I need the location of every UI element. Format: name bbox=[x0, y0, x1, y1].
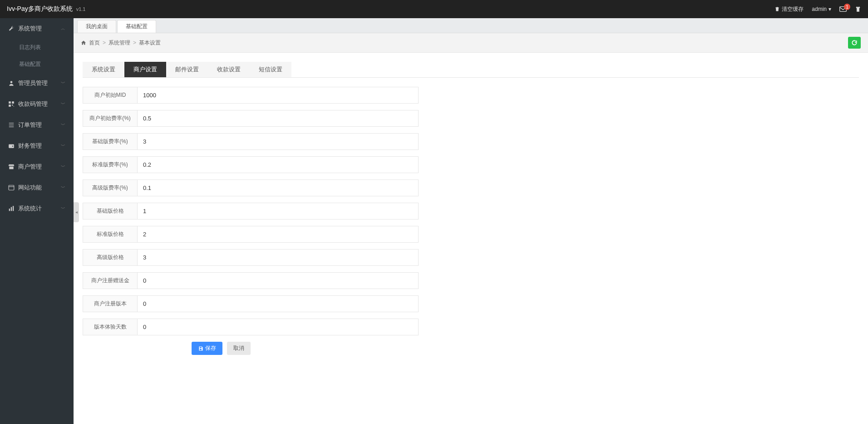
save-label: 保存 bbox=[205, 344, 216, 352]
svg-rect-12 bbox=[9, 185, 14, 190]
tab-merchant-settings[interactable]: 商户设置 bbox=[124, 62, 166, 77]
sidebar-item-label: 管理员管理 bbox=[18, 79, 48, 87]
svg-rect-2 bbox=[9, 101, 11, 104]
settings-tabs: 系统设置 商户设置 邮件设置 收款设置 短信设置 bbox=[83, 62, 859, 78]
chevron-down-icon: ﹀ bbox=[61, 122, 65, 128]
sidebar-collapse-handle[interactable]: ◂ bbox=[74, 202, 79, 222]
mail-badge: 1 bbox=[844, 4, 850, 10]
svg-point-1 bbox=[10, 81, 13, 83]
theme-link[interactable] bbox=[855, 6, 861, 12]
refresh-button[interactable] bbox=[848, 37, 861, 49]
input-signup-bonus[interactable] bbox=[137, 272, 419, 289]
svg-rect-16 bbox=[13, 206, 14, 211]
sidebar-item-label: 收款码管理 bbox=[18, 100, 48, 108]
form-row: 商户初始费率(%) bbox=[83, 110, 419, 127]
top-header: Ivv-Pay多商户收款系统 v1.1 清空缓存 admin ▾ 1 bbox=[0, 0, 868, 18]
sidebar-item-label: 系统管理 bbox=[18, 25, 42, 33]
input-merchant-mid[interactable] bbox=[137, 87, 419, 104]
mail-link[interactable]: 1 bbox=[839, 6, 847, 12]
clear-cache-link[interactable]: 清空缓存 bbox=[774, 5, 804, 13]
label-trial-days: 版本体验天数 bbox=[83, 319, 137, 335]
qrcode-icon bbox=[8, 101, 15, 107]
user-label: admin bbox=[812, 6, 827, 12]
input-basic-rate[interactable] bbox=[137, 133, 419, 150]
svg-rect-9 bbox=[9, 127, 14, 127]
label-merchant-mid: 商户初始MID bbox=[83, 87, 137, 104]
svg-rect-15 bbox=[11, 207, 12, 211]
tab-system-settings[interactable]: 系统设置 bbox=[83, 62, 124, 77]
wallet-icon bbox=[8, 143, 15, 149]
crumb-sep: > bbox=[103, 40, 106, 46]
sidebar-item-label: 订单管理 bbox=[18, 121, 42, 129]
svg-rect-14 bbox=[9, 209, 10, 211]
input-premium-rate[interactable] bbox=[137, 180, 419, 196]
crumb-last: 基本设置 bbox=[139, 39, 161, 47]
chevron-down-icon: ﹀ bbox=[61, 80, 65, 86]
sidebar-item-qrcode[interactable]: 收款码管理 ﹀ bbox=[0, 94, 74, 115]
label-premium-rate: 高级版费率(%) bbox=[83, 180, 137, 196]
submenu-system: 日志列表 基础配置 bbox=[0, 39, 74, 73]
page-tabs: 我的桌面 基础配置 bbox=[74, 18, 868, 33]
input-premium-price[interactable] bbox=[137, 249, 419, 266]
breadcrumb: 首页 > 系统管理 > 基本设置 bbox=[81, 39, 161, 47]
window-icon bbox=[8, 185, 15, 191]
crumb-mid[interactable]: 系统管理 bbox=[108, 39, 130, 47]
label-signup-version: 商户注册版本 bbox=[83, 295, 137, 312]
wrench-icon bbox=[8, 25, 15, 32]
tab-baseconfig[interactable]: 基础配置 bbox=[117, 20, 156, 33]
header-left: Ivv-Pay多商户收款系统 v1.1 bbox=[7, 5, 85, 13]
breadcrumb-bar: 首页 > 系统管理 > 基本设置 bbox=[74, 33, 868, 53]
form-row: 商户注册赠送金 bbox=[83, 272, 419, 289]
shirt-icon bbox=[855, 6, 861, 12]
tab-desktop[interactable]: 我的桌面 bbox=[77, 20, 116, 33]
input-trial-days[interactable] bbox=[137, 319, 419, 335]
label-init-rate: 商户初始费率(%) bbox=[83, 110, 137, 127]
sidebar-item-label: 系统统计 bbox=[18, 205, 42, 213]
cancel-button[interactable]: 取消 bbox=[227, 342, 251, 355]
user-menu[interactable]: admin ▾ bbox=[812, 6, 831, 12]
sidebar-item-merchant[interactable]: 商户管理 ﹀ bbox=[0, 156, 74, 177]
sidebar-item-finance[interactable]: 财务管理 ﹀ bbox=[0, 135, 74, 156]
svg-rect-8 bbox=[9, 125, 14, 125]
sidebar-item-label: 商户管理 bbox=[18, 163, 42, 171]
sidebar: 系统管理 ︿ 日志列表 基础配置 管理员管理 ﹀ 收款码管理 bbox=[0, 18, 74, 424]
cancel-label: 取消 bbox=[233, 344, 244, 352]
submenu-item-baseconfig[interactable]: 基础配置 bbox=[11, 56, 74, 73]
main: 我的桌面 基础配置 首页 > 系统管理 > 基本设置 系统设置 bbox=[74, 18, 868, 424]
list-icon bbox=[8, 122, 15, 128]
svg-rect-4 bbox=[9, 105, 11, 107]
sidebar-item-website[interactable]: 网站功能 ﹀ bbox=[0, 177, 74, 198]
input-signup-version[interactable] bbox=[137, 295, 419, 312]
form-row: 商户注册版本 bbox=[83, 295, 419, 312]
label-standard-rate: 标准版费率(%) bbox=[83, 156, 137, 173]
tab-sms-settings[interactable]: 短信设置 bbox=[250, 62, 291, 77]
sidebar-item-orders[interactable]: 订单管理 ﹀ bbox=[0, 115, 74, 135]
crumb-home[interactable]: 首页 bbox=[89, 39, 100, 47]
svg-rect-3 bbox=[12, 101, 14, 104]
clear-cache-label: 清空缓存 bbox=[782, 5, 804, 13]
svg-rect-5 bbox=[12, 105, 13, 105]
trash-icon bbox=[774, 6, 780, 12]
input-standard-rate[interactable] bbox=[137, 156, 419, 173]
sidebar-item-admin[interactable]: 管理员管理 ﹀ bbox=[0, 73, 74, 94]
tab-mail-settings[interactable]: 邮件设置 bbox=[166, 62, 208, 77]
crumb-sep: > bbox=[133, 40, 136, 46]
svg-rect-7 bbox=[9, 123, 14, 123]
chevron-down-icon: ﹀ bbox=[61, 101, 65, 107]
label-basic-rate: 基础版费率(%) bbox=[83, 133, 137, 150]
label-standard-price: 标准版价格 bbox=[83, 226, 137, 243]
form-row: 标准版价格 bbox=[83, 226, 419, 243]
tab-payment-settings[interactable]: 收款设置 bbox=[208, 62, 250, 77]
chevron-down-icon: ﹀ bbox=[61, 164, 65, 170]
submenu-item-logs[interactable]: 日志列表 bbox=[11, 39, 74, 56]
save-button[interactable]: 保存 bbox=[192, 342, 222, 355]
label-basic-price: 基础版价格 bbox=[83, 203, 137, 219]
input-standard-price[interactable] bbox=[137, 226, 419, 243]
sidebar-item-stats[interactable]: 系统统计 ﹀ bbox=[0, 198, 74, 219]
form-row: 高级版价格 bbox=[83, 249, 419, 266]
chevron-down-icon: ▾ bbox=[829, 6, 831, 12]
input-basic-price[interactable] bbox=[137, 203, 419, 219]
sidebar-item-system[interactable]: 系统管理 ︿ bbox=[0, 18, 74, 39]
svg-point-11 bbox=[12, 145, 13, 146]
input-init-rate[interactable] bbox=[137, 110, 419, 127]
